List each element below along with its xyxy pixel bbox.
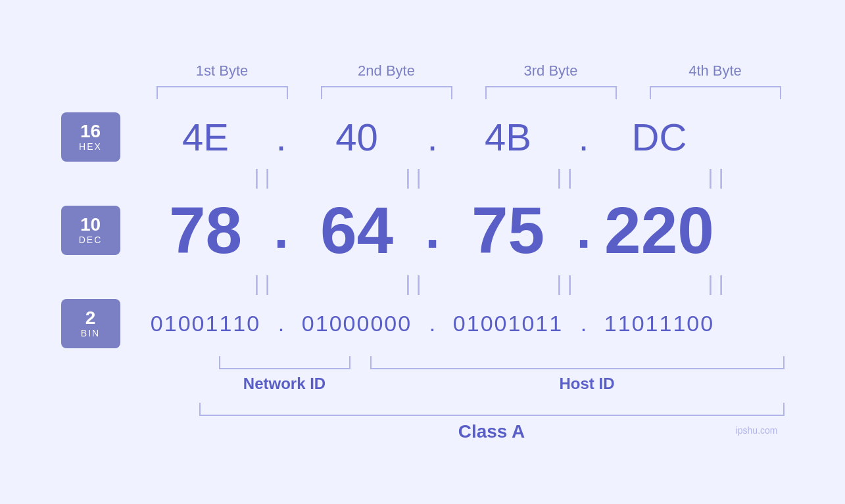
eq-sign-4: || (653, 165, 785, 189)
equals-row-1: || || || || (140, 165, 785, 189)
hex-byte-1: 4E (140, 115, 272, 159)
eq-sign-5: || (199, 271, 331, 296)
watermark: ipshu.com (736, 425, 778, 436)
eq-sign-1: || (199, 165, 331, 189)
dec-dot-2: . (423, 200, 443, 260)
hex-byte-4: DC (594, 115, 725, 159)
byte-labels-row: 1st Byte 2nd Byte 3rd Byte 4th Byte (153, 62, 785, 80)
network-id-bracket (219, 356, 350, 369)
dec-dot-1: . (272, 200, 291, 260)
byte-label-3: 3rd Byte (485, 62, 617, 80)
dec-byte-4: 220 (594, 193, 725, 268)
dec-byte-3: 75 (443, 193, 574, 268)
class-a-bracket (199, 403, 785, 416)
top-bracket-1 (157, 86, 288, 99)
id-labels: Network ID Host ID (140, 375, 785, 393)
dec-row: 10 DEC 78 . 64 . 75 . 220 (61, 193, 785, 268)
hex-byte-3: 4B (443, 115, 574, 159)
bin-dot-2: . (423, 311, 443, 336)
network-id-label: Network ID (219, 375, 350, 393)
dec-byte-1: 78 (140, 193, 272, 268)
bin-byte-2: 01000000 (291, 311, 423, 336)
byte-label-4: 4th Byte (650, 62, 781, 80)
hex-values: 4E . 40 . 4B . DC (140, 115, 785, 159)
eq-sign-6: || (350, 271, 482, 296)
bin-byte-3: 01001011 (443, 311, 574, 336)
hex-row: 16 HEX 4E . 40 . 4B . DC (61, 112, 785, 162)
top-bracket-4 (650, 86, 781, 99)
hex-dot-2: . (423, 115, 443, 159)
equals-row-2: || || || || (140, 271, 785, 296)
class-a-section: Class A (140, 403, 785, 442)
eq-sign-2: || (350, 165, 482, 189)
top-brackets-row (153, 86, 785, 99)
bin-byte-4: 11011100 (594, 311, 725, 336)
bin-badge: 2 BIN (61, 299, 120, 348)
top-bracket-3 (485, 86, 617, 99)
class-a-label: Class A (199, 421, 785, 442)
hex-dot-1: . (272, 115, 291, 159)
bin-row: 2 BIN 01001110 . 01000000 . 01001011 . 1… (61, 299, 785, 348)
hex-byte-2: 40 (291, 115, 423, 159)
host-id-bracket (370, 356, 785, 369)
dec-values: 78 . 64 . 75 . 220 (140, 193, 785, 268)
dec-badge: 10 DEC (61, 206, 120, 255)
byte-label-2: 2nd Byte (321, 62, 452, 80)
host-id-label: Host ID (390, 375, 785, 393)
dec-byte-2: 64 (291, 193, 423, 268)
byte-label-1: 1st Byte (157, 62, 288, 80)
bottom-brackets (140, 356, 785, 369)
bin-values: 01001110 . 01000000 . 01001011 . 1101110… (140, 311, 785, 336)
bin-dot-1: . (272, 311, 291, 336)
eq-sign-7: || (502, 271, 633, 296)
eq-sign-8: || (653, 271, 785, 296)
hex-dot-3: . (574, 115, 594, 159)
top-bracket-2 (321, 86, 452, 99)
hex-badge: 16 HEX (61, 112, 120, 162)
bin-dot-3: . (574, 311, 594, 336)
eq-sign-3: || (502, 165, 633, 189)
bin-byte-1: 01001110 (140, 311, 272, 336)
dec-dot-3: . (574, 200, 594, 260)
